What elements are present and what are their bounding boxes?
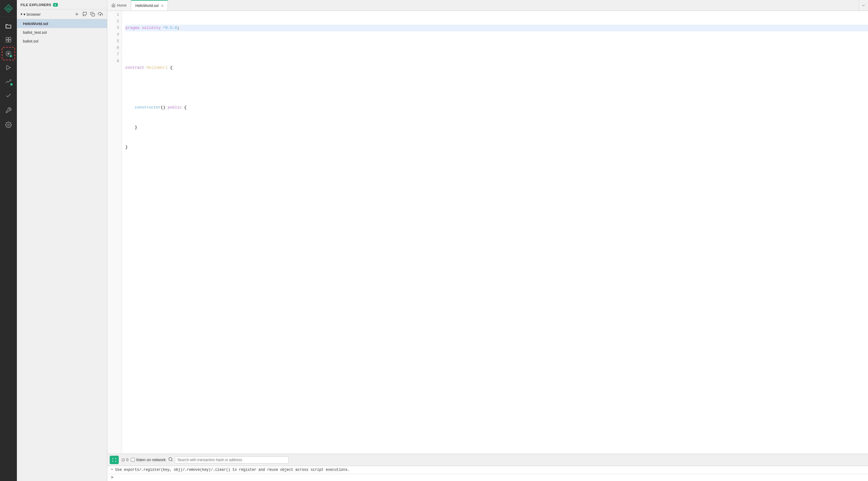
sidebar-item-tools[interactable]	[2, 104, 15, 117]
svg-point-14	[169, 457, 172, 461]
file-panel-title: FILE EXPLORERS ●	[21, 3, 58, 7]
code-line-6: }	[125, 124, 868, 131]
chevron-down-icon	[861, 3, 866, 7]
expand-button[interactable]	[110, 456, 119, 464]
browser-label[interactable]: ▾ ▾ browser	[21, 12, 41, 17]
search-icon	[168, 457, 173, 463]
console-output: • Use exports/.register(key, obj)/.remov…	[107, 466, 868, 474]
svg-rect-4	[9, 37, 11, 39]
code-content[interactable]: pragma solidity ^0.5.0; contract HelloWo…	[122, 11, 868, 454]
console-message: Use exports/.register(key, obj)/.remove(…	[115, 468, 350, 472]
deploy-badge	[9, 54, 13, 58]
browser-icons	[74, 11, 103, 17]
file-item-ballot-test[interactable]: ballot_test.sol	[17, 28, 107, 37]
copy-icon	[90, 12, 95, 17]
github-icon	[82, 12, 87, 17]
new-file-button[interactable]	[74, 11, 80, 17]
code-line-3: contract HelloWorl {	[125, 64, 868, 71]
counter-value: 0	[126, 457, 128, 462]
sidebar-item-analytics[interactable]	[2, 75, 15, 88]
file-item-name: HelloWorld.sol	[23, 22, 48, 26]
upload-button[interactable]	[97, 11, 103, 17]
wrench-icon	[5, 107, 12, 114]
file-panel-title-text: FILE EXPLORERS	[21, 3, 51, 7]
listen-checkbox-wrapper[interactable]: listen on network	[131, 457, 166, 462]
counter-icon: ⊘	[121, 457, 125, 462]
gear-icon	[5, 122, 12, 128]
browser-text: ▾ browser	[24, 12, 41, 17]
plugin-icon	[5, 36, 12, 43]
copy-button[interactable]	[90, 11, 96, 17]
check-icon	[5, 92, 12, 99]
sidebar-item-debug[interactable]	[2, 61, 15, 74]
file-panel-badge: ●	[53, 3, 58, 7]
sidebar-item-test[interactable]	[2, 89, 15, 102]
tab-helloworld[interactable]: HelloWorld.sol ×	[131, 0, 168, 10]
debug-arrow-icon	[5, 64, 12, 71]
bottom-bar: ⊘ 0 listen on network • Use export	[107, 454, 868, 481]
prompt-symbol: >	[111, 475, 113, 480]
search-section	[168, 456, 289, 463]
code-line-8	[125, 164, 868, 170]
line-numbers: 1 2 3 4 5 6 7 8	[107, 11, 122, 454]
search-input[interactable]	[175, 456, 289, 463]
github-button[interactable]	[82, 11, 88, 17]
counter-display: ⊘ 0	[121, 457, 128, 462]
remix-logo: remix	[0, 0, 17, 17]
bottom-toolbar: ⊘ 0 listen on network	[107, 454, 868, 466]
folder-icon	[5, 23, 12, 29]
sidebar-item-settings[interactable]	[2, 118, 15, 131]
code-line-7: }	[125, 144, 868, 151]
code-line-1: pragma solidity ^0.5.0;	[125, 25, 868, 31]
main-area: Home HelloWorld.sol × 1 2 3 4 5 6 7 8 pr…	[107, 0, 868, 481]
file-item-helloworld[interactable]: HelloWorld.sol	[17, 19, 107, 28]
svg-line-15	[172, 460, 173, 461]
console-bullet: •	[111, 468, 113, 472]
file-item-name: ballot_test.sol	[23, 30, 47, 35]
svg-point-8	[7, 53, 9, 55]
plus-icon	[74, 12, 79, 17]
svg-rect-12	[92, 13, 95, 16]
console-prompt: >	[107, 474, 868, 481]
svg-text:remix: remix	[6, 8, 11, 10]
tab-bar: Home HelloWorld.sol ×	[107, 0, 868, 11]
analytics-badge	[10, 83, 13, 86]
sidebar-icon-list	[0, 17, 17, 134]
upload-icon	[98, 12, 103, 17]
file-list: HelloWorld.sol ballot_test.sol ballot.so…	[17, 19, 107, 45]
tab-close-button[interactable]: ×	[161, 3, 163, 8]
code-line-5: constructor() public {	[125, 104, 868, 111]
remix-logo-svg: remix	[4, 4, 13, 13]
icon-sidebar: remix	[0, 0, 17, 481]
sidebar-item-file-explorer[interactable]	[2, 19, 15, 33]
file-item-ballot[interactable]: ballot.sol	[17, 37, 107, 45]
svg-point-9	[7, 124, 9, 126]
svg-rect-3	[6, 37, 8, 39]
svg-rect-5	[6, 40, 8, 42]
listen-checkbox-input[interactable]	[131, 458, 135, 462]
sidebar-item-deploy[interactable]	[2, 47, 15, 60]
svg-rect-6	[9, 40, 11, 42]
browser-chevron: ▾	[21, 12, 22, 16]
tab-spacer	[168, 0, 859, 10]
browser-row: ▾ ▾ browser	[17, 9, 107, 19]
tab-helloworld-label: HelloWorld.sol	[135, 4, 158, 8]
code-editor[interactable]: 1 2 3 4 5 6 7 8 pragma solidity ^0.5.0; …	[107, 11, 868, 454]
listen-label: listen on network	[136, 457, 166, 462]
tab-home[interactable]: Home	[107, 0, 131, 10]
sidebar-item-plugin[interactable]	[2, 33, 15, 46]
file-panel-header: FILE EXPLORERS ●	[17, 0, 107, 9]
file-explorer-panel: FILE EXPLORERS ● ▾ ▾ browser	[17, 0, 107, 481]
file-item-name: ballot.sol	[23, 39, 38, 43]
home-icon	[112, 3, 116, 7]
tab-home-label: Home	[117, 3, 127, 7]
expand-icon	[112, 458, 116, 462]
tab-scroll-button[interactable]	[859, 0, 868, 10]
code-line-4	[125, 85, 868, 91]
code-line-2	[125, 44, 868, 51]
